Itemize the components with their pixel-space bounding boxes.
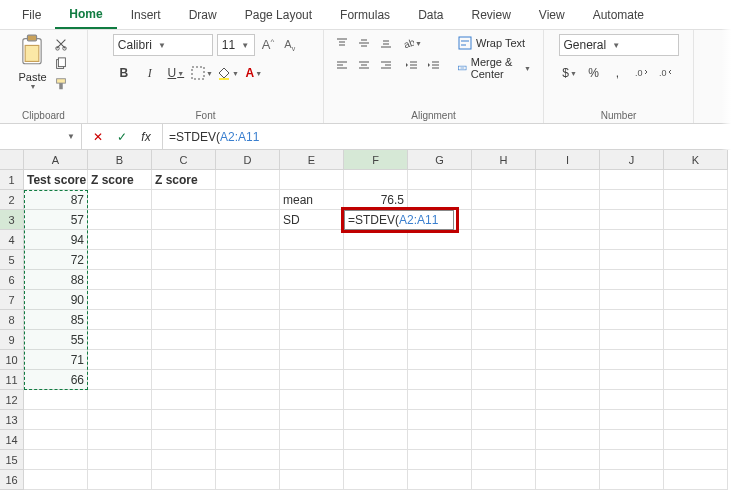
cell-E4[interactable] bbox=[280, 230, 344, 250]
cell-I3[interactable] bbox=[536, 210, 600, 230]
cell-J14[interactable] bbox=[600, 430, 664, 450]
cell-I12[interactable] bbox=[536, 390, 600, 410]
cell-H14[interactable] bbox=[472, 430, 536, 450]
cell-F5[interactable] bbox=[344, 250, 408, 270]
cell-I7[interactable] bbox=[536, 290, 600, 310]
cell-I14[interactable] bbox=[536, 430, 600, 450]
cell-K5[interactable] bbox=[664, 250, 728, 270]
cell-A3[interactable]: 57 bbox=[24, 210, 88, 230]
cell-D3[interactable] bbox=[216, 210, 280, 230]
cell-I13[interactable] bbox=[536, 410, 600, 430]
cell-A9[interactable]: 55 bbox=[24, 330, 88, 350]
cell-C14[interactable] bbox=[152, 430, 216, 450]
row-header-13[interactable]: 13 bbox=[0, 410, 24, 430]
cell-H5[interactable] bbox=[472, 250, 536, 270]
cell-C9[interactable] bbox=[152, 330, 216, 350]
cell-J7[interactable] bbox=[600, 290, 664, 310]
cell-K16[interactable] bbox=[664, 470, 728, 490]
cell-F12[interactable] bbox=[344, 390, 408, 410]
cell-A8[interactable]: 85 bbox=[24, 310, 88, 330]
cell-A12[interactable] bbox=[24, 390, 88, 410]
cell-J5[interactable] bbox=[600, 250, 664, 270]
cell-G1[interactable] bbox=[408, 170, 472, 190]
cell-E1[interactable] bbox=[280, 170, 344, 190]
wrap-text-button[interactable]: Wrap Text bbox=[454, 34, 535, 52]
formula-input[interactable]: =STDEV(A2:A11 bbox=[163, 124, 731, 149]
align-bottom-icon[interactable] bbox=[376, 34, 396, 52]
decrease-font-icon[interactable]: Av bbox=[281, 38, 298, 52]
cell-H10[interactable] bbox=[472, 350, 536, 370]
cell-F15[interactable] bbox=[344, 450, 408, 470]
cell-A10[interactable]: 71 bbox=[24, 350, 88, 370]
cell-C1[interactable]: Z score bbox=[152, 170, 216, 190]
cell-C2[interactable] bbox=[152, 190, 216, 210]
cell-B6[interactable] bbox=[88, 270, 152, 290]
select-all-corner[interactable] bbox=[0, 150, 24, 170]
col-header-I[interactable]: I bbox=[536, 150, 600, 170]
cell-D7[interactable] bbox=[216, 290, 280, 310]
cell-C16[interactable] bbox=[152, 470, 216, 490]
cell-E2[interactable]: mean bbox=[280, 190, 344, 210]
orientation-icon[interactable]: ab▼ bbox=[402, 34, 422, 52]
cell-H3[interactable] bbox=[472, 210, 536, 230]
cell-K12[interactable] bbox=[664, 390, 728, 410]
cell-E5[interactable] bbox=[280, 250, 344, 270]
cell-D6[interactable] bbox=[216, 270, 280, 290]
percent-button[interactable]: % bbox=[583, 62, 605, 84]
cell-I2[interactable] bbox=[536, 190, 600, 210]
cell-G6[interactable] bbox=[408, 270, 472, 290]
align-middle-icon[interactable] bbox=[354, 34, 374, 52]
cell-K8[interactable] bbox=[664, 310, 728, 330]
cell-A7[interactable]: 90 bbox=[24, 290, 88, 310]
cell-H16[interactable] bbox=[472, 470, 536, 490]
cell-J1[interactable] bbox=[600, 170, 664, 190]
cell-F7[interactable] bbox=[344, 290, 408, 310]
cell-A4[interactable]: 94 bbox=[24, 230, 88, 250]
cell-H2[interactable] bbox=[472, 190, 536, 210]
cell-B11[interactable] bbox=[88, 370, 152, 390]
italic-button[interactable]: I bbox=[139, 62, 161, 84]
cell-K2[interactable] bbox=[664, 190, 728, 210]
number-format-combo[interactable]: General▼ bbox=[559, 34, 679, 56]
fx-icon[interactable]: fx bbox=[138, 129, 154, 145]
cell-C11[interactable] bbox=[152, 370, 216, 390]
cell-B7[interactable] bbox=[88, 290, 152, 310]
cell-E12[interactable] bbox=[280, 390, 344, 410]
cell-G2[interactable] bbox=[408, 190, 472, 210]
cell-K11[interactable] bbox=[664, 370, 728, 390]
cell-A1[interactable]: Test score bbox=[24, 170, 88, 190]
fill-color-button[interactable]: ▼ bbox=[217, 62, 239, 84]
cell-D9[interactable] bbox=[216, 330, 280, 350]
active-cell-editor[interactable]: =STDEV(A2:A11 bbox=[344, 210, 454, 230]
cell-K7[interactable] bbox=[664, 290, 728, 310]
cell-C15[interactable] bbox=[152, 450, 216, 470]
cell-E3[interactable]: SD bbox=[280, 210, 344, 230]
cell-B5[interactable] bbox=[88, 250, 152, 270]
cell-J8[interactable] bbox=[600, 310, 664, 330]
cell-B3[interactable] bbox=[88, 210, 152, 230]
cell-F16[interactable] bbox=[344, 470, 408, 490]
cell-H11[interactable] bbox=[472, 370, 536, 390]
row-header-14[interactable]: 14 bbox=[0, 430, 24, 450]
cell-E8[interactable] bbox=[280, 310, 344, 330]
tab-formulas[interactable]: Formulas bbox=[326, 2, 404, 28]
cell-H7[interactable] bbox=[472, 290, 536, 310]
cell-G10[interactable] bbox=[408, 350, 472, 370]
align-left-icon[interactable] bbox=[332, 56, 352, 74]
cell-G11[interactable] bbox=[408, 370, 472, 390]
col-header-A[interactable]: A bbox=[24, 150, 88, 170]
cell-C10[interactable] bbox=[152, 350, 216, 370]
cell-K13[interactable] bbox=[664, 410, 728, 430]
cell-J3[interactable] bbox=[600, 210, 664, 230]
cut-icon[interactable] bbox=[53, 36, 69, 52]
currency-button[interactable]: $▼ bbox=[559, 62, 581, 84]
cell-E7[interactable] bbox=[280, 290, 344, 310]
cell-J15[interactable] bbox=[600, 450, 664, 470]
cell-E6[interactable] bbox=[280, 270, 344, 290]
increase-indent-icon[interactable] bbox=[424, 56, 444, 74]
cancel-icon[interactable]: ✕ bbox=[90, 129, 106, 145]
decrease-decimal-icon[interactable]: .0 bbox=[655, 62, 677, 84]
col-header-H[interactable]: H bbox=[472, 150, 536, 170]
cell-G5[interactable] bbox=[408, 250, 472, 270]
cell-A6[interactable]: 88 bbox=[24, 270, 88, 290]
